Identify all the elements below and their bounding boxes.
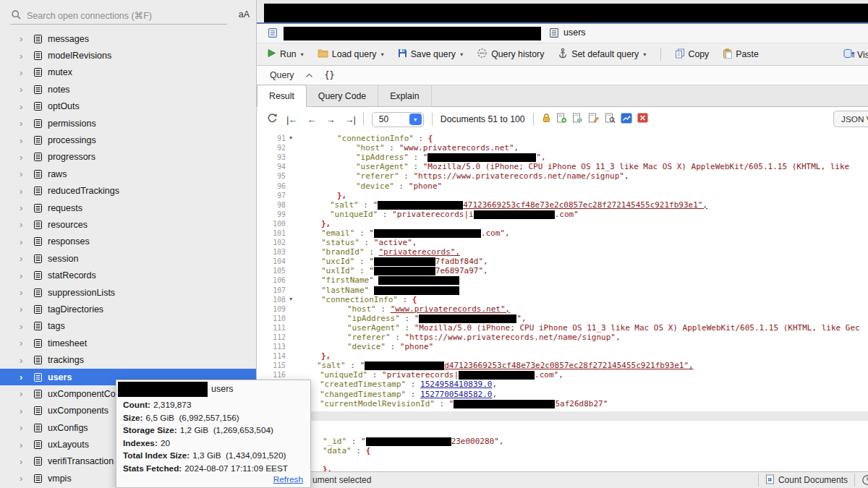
chevron-down-icon[interactable]: ▾ <box>380 51 383 58</box>
sidebar-item-processings[interactable]: ›processings <box>0 132 256 148</box>
fold-toggle-icon[interactable]: ▼ <box>289 136 301 141</box>
visual-query-builder-button[interactable]: Vis <box>843 48 868 61</box>
chevron-right-icon[interactable]: › <box>20 169 33 179</box>
chevron-right-icon[interactable]: › <box>20 406 33 416</box>
collection-icon <box>33 236 48 247</box>
sidebar-item-statRecords[interactable]: ›statRecords <box>0 267 256 283</box>
table-view-icon[interactable] <box>621 113 632 127</box>
run-button[interactable]: Run▾ <box>267 48 304 60</box>
sidebar-item-suppressionLists[interactable]: ›suppressionLists <box>0 284 256 301</box>
chevron-right-icon[interactable]: › <box>20 220 33 229</box>
chevron-right-icon[interactable]: › <box>20 457 33 466</box>
chevron-right-icon[interactable]: › <box>20 389 33 398</box>
clock-icon[interactable] <box>861 474 868 486</box>
chevron-right-icon[interactable]: › <box>20 51 33 61</box>
chevron-right-icon[interactable]: › <box>20 304 33 314</box>
next-page-button[interactable]: → <box>326 115 334 124</box>
chevron-right-icon[interactable]: › <box>20 423 33 432</box>
first-page-button[interactable]: |← <box>286 115 297 124</box>
query-input[interactable]: {} <box>325 70 335 80</box>
document-code-icon[interactable] <box>572 113 583 126</box>
copy-button[interactable]: Copy <box>675 48 710 61</box>
collection-icon <box>33 440 48 450</box>
selection-status-text: ument selected <box>312 475 371 485</box>
sidebar-item-trackings[interactable]: ›trackings <box>0 351 256 368</box>
chevron-right-icon[interactable]: › <box>20 119 33 128</box>
search-icon <box>11 9 22 23</box>
chevron-right-icon[interactable]: › <box>20 203 33 213</box>
last-page-button[interactable]: →| <box>344 115 354 124</box>
chevron-right-icon[interactable]: › <box>20 187 33 196</box>
sidebar-item-session[interactable]: ›session <box>0 250 256 267</box>
chevron-right-icon[interactable]: › <box>20 237 33 247</box>
chevron-right-icon[interactable]: › <box>20 372 33 382</box>
chevron-down-icon[interactable]: ▾ <box>460 51 463 58</box>
paste-button[interactable]: Paste <box>723 48 758 61</box>
collection-icon <box>33 389 48 399</box>
line-number: 115 <box>257 361 289 369</box>
sidebar-item-raws[interactable]: ›raws <box>0 166 256 182</box>
sidebar-item-progressors[interactable]: ›progressors <box>0 149 256 166</box>
chevron-down-icon[interactable]: ▾ <box>301 51 304 58</box>
sidebar-item-tagDirectories[interactable]: ›tagDirectories <box>0 301 256 317</box>
chevron-right-icon[interactable]: › <box>20 254 33 263</box>
sidebar-item-mutex[interactable]: ›mutex <box>0 64 256 81</box>
chevron-right-icon[interactable]: › <box>20 68 33 77</box>
tab-query-code[interactable]: Query Code <box>307 85 378 106</box>
chevron-right-icon[interactable]: › <box>20 136 33 145</box>
chevron-right-icon[interactable]: › <box>20 34 33 43</box>
sidebar-item-messages[interactable]: ›messages <box>0 30 256 47</box>
collapse-query-icon[interactable] <box>305 73 313 78</box>
sidebar-item-timesheet[interactable]: ›timesheet <box>0 335 256 351</box>
tab-result[interactable]: Result <box>257 85 307 107</box>
count-documents-button[interactable]: Count Documents <box>765 474 848 487</box>
prev-page-button[interactable]: ← <box>307 115 315 124</box>
line-number: 99 <box>257 210 289 218</box>
search-input[interactable]: Search open connections (⌘F) <box>27 10 152 21</box>
sidebar-item-responses[interactable]: ›responses <box>0 234 256 250</box>
sidebar-item-reducedTrackings[interactable]: ›reducedTrackings <box>0 183 256 200</box>
save-query-button[interactable]: Save query▾ <box>398 48 464 60</box>
code-text: "_id" : "23e000280", <box>323 437 503 446</box>
load-query-button[interactable]: Load query▾ <box>318 48 384 60</box>
code-text: "userAgent" : "Mozilla/5.0 (iPhone; CPU … <box>347 323 860 333</box>
sidebar-item-resources[interactable]: ›resources <box>0 216 256 233</box>
add-document-icon[interactable] <box>556 113 567 126</box>
refresh-icon[interactable] <box>265 112 278 127</box>
chevron-right-icon[interactable]: › <box>20 474 33 483</box>
find-document-icon[interactable] <box>605 113 616 126</box>
refresh-link[interactable]: Refresh <box>273 474 303 484</box>
delete-document-icon[interactable] <box>637 113 648 126</box>
chevron-right-icon[interactable]: › <box>20 440 33 450</box>
collection-icon <box>33 372 48 382</box>
code-line: 101"email" : ".com", <box>257 228 868 238</box>
match-case-toggle[interactable]: aA <box>239 9 250 20</box>
edit-document-icon[interactable] <box>588 113 600 126</box>
chevron-right-icon[interactable]: › <box>20 288 33 297</box>
chevron-right-icon[interactable]: › <box>20 271 33 281</box>
sidebar-item-modelRevisions[interactable]: ›modelRevisions <box>0 47 256 64</box>
chevron-down-icon[interactable]: ▾ <box>643 51 646 58</box>
page-size-value: 50 <box>379 114 388 124</box>
sidebar-item-permissions[interactable]: ›permissions <box>0 115 256 132</box>
query-history-button[interactable]: Query history <box>477 48 544 61</box>
chevron-right-icon[interactable]: › <box>20 322 33 331</box>
lock-icon[interactable] <box>542 113 551 126</box>
fold-toggle-icon[interactable]: ▼ <box>289 297 301 302</box>
sidebar-item-notes[interactable]: ›notes <box>0 81 256 98</box>
chevron-right-icon[interactable]: › <box>20 85 33 94</box>
sidebar-item-tags[interactable]: ›tags <box>0 318 256 335</box>
chevron-right-icon[interactable]: › <box>20 153 33 162</box>
page-size-select[interactable]: 50 ▾ <box>372 112 424 127</box>
line-number: 97 <box>257 192 289 200</box>
code-text: "status" : "active", <box>321 238 417 247</box>
set-default-query-button[interactable]: Set default query▾ <box>558 48 646 61</box>
chevron-right-icon[interactable]: › <box>20 356 33 365</box>
chevron-right-icon[interactable]: › <box>20 338 33 348</box>
sidebar-item-optOuts[interactable]: ›optOuts <box>0 98 256 115</box>
sidebar-item-requests[interactable]: ›requests <box>0 200 256 216</box>
json-view-button[interactable]: JSON V <box>833 111 868 127</box>
chevron-right-icon[interactable]: › <box>20 102 33 111</box>
collection-tab-label[interactable]: users <box>563 27 586 38</box>
tab-explain[interactable]: Explain <box>378 85 431 106</box>
